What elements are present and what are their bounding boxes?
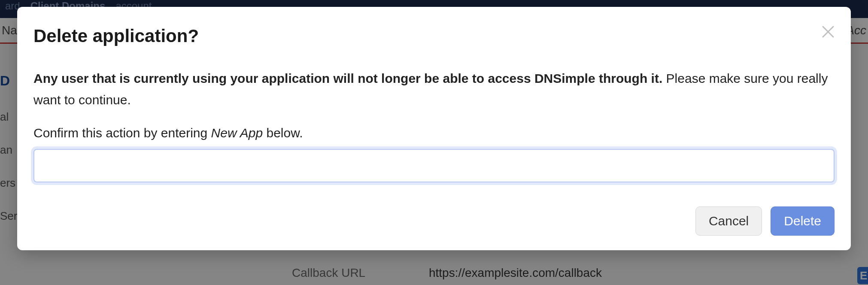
confirm-prefix: Confirm this action by entering [33,126,211,140]
confirm-suffix: below. [263,126,303,140]
warning-bold: Any user that is currently using your ap… [33,71,662,85]
confirm-input[interactable] [33,149,835,182]
modal-title: Delete application? [33,26,835,46]
modal-body: Any user that is currently using your ap… [33,68,835,110]
confirm-app-name: New App [211,126,263,140]
modal-footer: Cancel Delete [33,206,835,236]
close-icon[interactable] [822,23,835,41]
delete-button[interactable]: Delete [771,206,835,236]
cancel-button[interactable]: Cancel [695,206,762,236]
delete-application-modal: Delete application? Any user that is cur… [17,7,851,250]
confirm-instruction: Confirm this action by entering New App … [33,126,835,140]
